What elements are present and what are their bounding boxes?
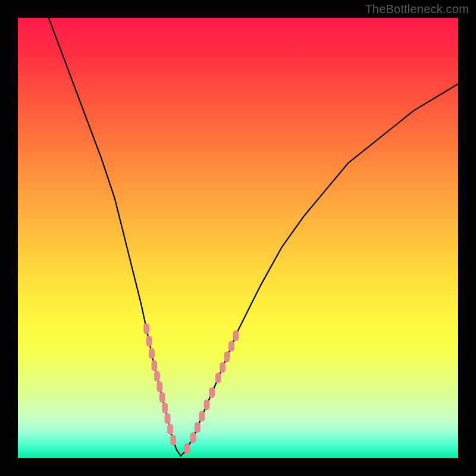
highlight-dot bbox=[224, 352, 230, 362]
plot-area bbox=[18, 18, 458, 458]
highlight-dot bbox=[162, 403, 168, 414]
highlight-dot bbox=[215, 372, 221, 383]
highlight-dot bbox=[156, 381, 162, 392]
highlight-dot bbox=[195, 422, 201, 433]
highlight-dot bbox=[159, 392, 165, 403]
highlight-dot bbox=[220, 362, 226, 373]
highlight-dot bbox=[151, 361, 157, 371]
highlight-dot bbox=[199, 411, 205, 422]
chart-container: TheBottleneck.com bbox=[0, 0, 476, 476]
highlight-dot bbox=[146, 336, 152, 346]
highlight-dot bbox=[204, 399, 210, 410]
highlight-dot bbox=[143, 323, 149, 334]
highlight-dot bbox=[149, 348, 155, 359]
highlight-dot bbox=[165, 413, 171, 424]
highlight-dot bbox=[190, 433, 196, 443]
highlight-dot bbox=[154, 371, 160, 381]
highlight-dot bbox=[233, 330, 239, 341]
highlight-dot bbox=[167, 424, 173, 434]
highlight-dot bbox=[184, 443, 190, 454]
highlight-dot bbox=[228, 341, 234, 352]
bottleneck-curve bbox=[49, 18, 458, 456]
curve-svg bbox=[18, 18, 458, 458]
highlight-dot bbox=[209, 387, 215, 398]
watermark-text: TheBottleneck.com bbox=[365, 2, 469, 16]
highlight-dot bbox=[170, 435, 176, 446]
